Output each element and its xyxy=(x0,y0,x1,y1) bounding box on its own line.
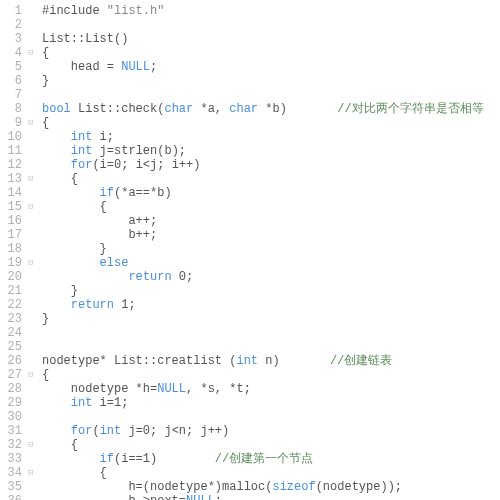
code-line[interactable]: 26nodetype* List::creatlist (int n) //创建… xyxy=(0,354,500,368)
code-content[interactable]: int j=strlen(b); xyxy=(42,144,500,158)
line-number: 1 xyxy=(0,4,28,18)
code-content[interactable] xyxy=(42,340,500,354)
line-number: 8 xyxy=(0,102,28,116)
fold-marker-icon[interactable]: ⊟ xyxy=(28,172,42,186)
code-line[interactable]: 33 if(i==1) //创建第一个节点 xyxy=(0,452,500,466)
code-line[interactable]: 9⊟{ xyxy=(0,116,500,130)
code-content[interactable]: for(int j=0; j<n; j++) xyxy=(42,424,500,438)
code-line[interactable]: 3List::List() xyxy=(0,32,500,46)
line-number: 30 xyxy=(0,410,28,424)
code-line[interactable]: 5 head = NULL; xyxy=(0,60,500,74)
code-content[interactable]: } xyxy=(42,242,500,256)
line-number: 11 xyxy=(0,144,28,158)
code-line[interactable]: 16 a++; xyxy=(0,214,500,228)
code-content[interactable]: h=(nodetype*)malloc(sizeof(nodetype)); xyxy=(42,480,500,494)
code-content[interactable]: else xyxy=(42,256,500,270)
code-content[interactable]: head = NULL; xyxy=(42,60,500,74)
code-content[interactable]: { xyxy=(42,172,500,186)
fold-marker-icon[interactable]: ⊟ xyxy=(28,438,42,452)
fold-marker-icon[interactable]: ⊟ xyxy=(28,256,42,270)
fold-marker-icon xyxy=(28,270,42,284)
code-line[interactable]: 13⊟ { xyxy=(0,172,500,186)
code-line[interactable]: 11 int j=strlen(b); xyxy=(0,144,500,158)
code-content[interactable]: { xyxy=(42,466,500,480)
fold-marker-icon[interactable]: ⊟ xyxy=(28,368,42,382)
code-line[interactable]: 35 h=(nodetype*)malloc(sizeof(nodetype))… xyxy=(0,480,500,494)
code-line[interactable]: 21 } xyxy=(0,284,500,298)
code-content[interactable] xyxy=(42,18,500,32)
code-content[interactable]: nodetype* List::creatlist (int n) //创建链表 xyxy=(42,354,500,368)
fold-marker-icon[interactable]: ⊟ xyxy=(28,466,42,480)
code-line[interactable]: 4⊟{ xyxy=(0,46,500,60)
fold-marker-icon[interactable]: ⊟ xyxy=(28,46,42,60)
fold-marker-icon xyxy=(28,74,42,88)
code-line[interactable]: 24 xyxy=(0,326,500,340)
code-content[interactable]: { xyxy=(42,200,500,214)
line-number: 5 xyxy=(0,60,28,74)
code-content[interactable] xyxy=(42,410,500,424)
code-line[interactable]: 29 int i=1; xyxy=(0,396,500,410)
code-content[interactable] xyxy=(42,88,500,102)
code-line[interactable]: 30 xyxy=(0,410,500,424)
fold-marker-icon xyxy=(28,130,42,144)
fold-marker-icon[interactable]: ⊟ xyxy=(28,200,42,214)
code-content[interactable]: nodetype *h=NULL, *s, *t; xyxy=(42,382,500,396)
code-line[interactable]: 17 b++; xyxy=(0,228,500,242)
line-number: 10 xyxy=(0,130,28,144)
code-content[interactable]: int i=1; xyxy=(42,396,500,410)
code-line[interactable]: 19⊟ else xyxy=(0,256,500,270)
code-line[interactable]: 8bool List::check(char *a, char *b) //对比… xyxy=(0,102,500,116)
code-line[interactable]: 31 for(int j=0; j<n; j++) xyxy=(0,424,500,438)
code-content[interactable]: bool List::check(char *a, char *b) //对比两… xyxy=(42,102,500,116)
line-number: 20 xyxy=(0,270,28,284)
code-content[interactable]: List::List() xyxy=(42,32,500,46)
code-content[interactable]: } xyxy=(42,74,500,88)
code-line[interactable]: 25 xyxy=(0,340,500,354)
code-line[interactable]: 18 } xyxy=(0,242,500,256)
code-line[interactable]: 10 int i; xyxy=(0,130,500,144)
code-content[interactable]: #include "list.h" xyxy=(42,4,500,18)
code-content[interactable]: return 1; xyxy=(42,298,500,312)
code-line[interactable]: 2 xyxy=(0,18,500,32)
code-line[interactable]: 20 return 0; xyxy=(0,270,500,284)
code-line[interactable]: 12 for(i=0; i<j; i++) xyxy=(0,158,500,172)
code-line[interactable]: 7 xyxy=(0,88,500,102)
code-line[interactable]: 28 nodetype *h=NULL, *s, *t; xyxy=(0,382,500,396)
code-line[interactable]: 1#include "list.h" xyxy=(0,4,500,18)
code-content[interactable]: if(i==1) //创建第一个节点 xyxy=(42,452,500,466)
code-content[interactable] xyxy=(42,326,500,340)
code-content[interactable]: if(*a==*b) xyxy=(42,186,500,200)
line-number: 12 xyxy=(0,158,28,172)
fold-marker-icon xyxy=(28,452,42,466)
code-content[interactable]: } xyxy=(42,312,500,326)
fold-marker-icon xyxy=(28,88,42,102)
code-content[interactable]: h->next=NULL; xyxy=(42,494,500,500)
code-editor[interactable]: 1#include "list.h"23List::List()4⊟{5 hea… xyxy=(0,4,500,500)
code-line[interactable]: 23} xyxy=(0,312,500,326)
line-number: 19 xyxy=(0,256,28,270)
code-content[interactable]: } xyxy=(42,284,500,298)
code-content[interactable]: { xyxy=(42,116,500,130)
code-line[interactable]: 27⊟{ xyxy=(0,368,500,382)
code-line[interactable]: 32⊟ { xyxy=(0,438,500,452)
code-line[interactable]: 34⊟ { xyxy=(0,466,500,480)
code-content[interactable]: { xyxy=(42,438,500,452)
line-number: 13 xyxy=(0,172,28,186)
code-content[interactable]: int i; xyxy=(42,130,500,144)
code-content[interactable]: { xyxy=(42,368,500,382)
fold-marker-icon xyxy=(28,144,42,158)
code-line[interactable]: 14 if(*a==*b) xyxy=(0,186,500,200)
code-line[interactable]: 15⊟ { xyxy=(0,200,500,214)
code-line[interactable]: 6} xyxy=(0,74,500,88)
code-content[interactable]: b++; xyxy=(42,228,500,242)
code-content[interactable]: return 0; xyxy=(42,270,500,284)
line-number: 14 xyxy=(0,186,28,200)
line-number: 22 xyxy=(0,298,28,312)
code-content[interactable]: for(i=0; i<j; i++) xyxy=(42,158,500,172)
code-content[interactable]: { xyxy=(42,46,500,60)
code-content[interactable]: a++; xyxy=(42,214,500,228)
fold-marker-icon xyxy=(28,340,42,354)
fold-marker-icon[interactable]: ⊟ xyxy=(28,116,42,130)
code-line[interactable]: 36 h->next=NULL; xyxy=(0,494,500,500)
code-line[interactable]: 22 return 1; xyxy=(0,298,500,312)
